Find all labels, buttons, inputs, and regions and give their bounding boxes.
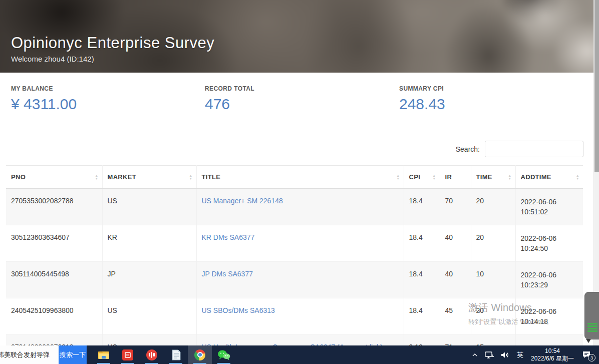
notepad-icon[interactable]	[164, 345, 188, 364]
file-explorer-icon[interactable]	[92, 345, 116, 364]
stat-label: SUMMARY CPI	[399, 85, 445, 92]
cell-cpi: 18.4	[404, 298, 440, 335]
table-row: 2405425109963800 US US SBOs/DMs SA6313 1…	[6, 298, 583, 335]
cell-addtime: 2022-06-0610:24:50	[515, 225, 583, 262]
cell-market: US	[102, 189, 196, 225]
sort-icon[interactable]: ▲▼	[189, 174, 192, 180]
stat-value: 476	[205, 96, 254, 113]
system-tray: 英 10:54 2022/6/6 星期一 3	[468, 345, 599, 364]
cell-time: 20	[471, 189, 515, 225]
cell-time: 20	[471, 225, 515, 262]
clock-date: 2022/6/6 星期一	[531, 355, 574, 362]
cell-cpi: 18.4	[404, 262, 440, 298]
cell-market: KR	[102, 225, 196, 262]
column-header-title[interactable]: TITLE▲▼	[196, 166, 404, 189]
widget-stripes-icon	[587, 323, 597, 333]
cell-ir: 45	[440, 298, 471, 335]
table-search: Search:	[456, 141, 583, 157]
stat-my-balance: MY BALANCE ¥ 4311.00	[11, 85, 77, 113]
welcome-message: Welcome zhou4 (ID:142)	[11, 55, 214, 63]
survey-title-link[interactable]: JP DMs SA6377	[202, 270, 253, 278]
stat-value: 248.43	[399, 96, 445, 113]
sort-icon[interactable]: ▲▼	[396, 174, 400, 180]
table-row: 305114005445498 JP JP DMs SA6377 18.4 40…	[6, 262, 583, 298]
cell-addtime: 2022-06-0610:23:29	[515, 262, 583, 298]
column-header-market[interactable]: MARKET▲▼	[102, 166, 196, 189]
sort-icon[interactable]: ▲▼	[508, 174, 511, 180]
search-label: Search:	[456, 145, 480, 153]
taskbar-search-text: 韩美联合发射导弹	[0, 350, 50, 359]
wechat-icon[interactable]	[212, 345, 236, 364]
cell-cpi: 18.4	[404, 225, 440, 262]
column-header-pno[interactable]: PNO▲▼	[6, 166, 102, 189]
page-title: Opinionyc Enterprise Survey	[11, 34, 214, 52]
survey-title-link[interactable]: US Manager+ SM 226148	[202, 197, 283, 205]
survey-title-link[interactable]: KR DMs SA6377	[202, 233, 255, 241]
surveys-table: PNO▲▼ MARKET▲▼ TITLE▲▼ CPI▲▼ IR TIME▲▼ A…	[6, 165, 583, 364]
taskbar-search-button[interactable]: 搜索一下	[59, 345, 87, 364]
column-header-addtime[interactable]: ADDTIME▲▼	[515, 166, 583, 189]
chrome-icon[interactable]	[188, 345, 212, 364]
cell-time: 10	[471, 262, 515, 298]
table-row: 305123603634607 KR KR DMs SA6377 18.4 40…	[6, 225, 583, 262]
table-row: 2705353002082788 US US Manager+ SM 22614…	[6, 189, 583, 225]
stat-label: RECORD TOTAL	[205, 85, 254, 92]
taskbar-search-box[interactable]: 韩美联合发射导弹	[0, 345, 59, 364]
cell-pno: 305123603634607	[6, 225, 102, 262]
cell-pno: 2405425109963800	[6, 298, 102, 335]
stat-summary-cpi: SUMMARY CPI 248.43	[399, 85, 445, 113]
cell-market: US	[102, 298, 196, 335]
table-header-row: PNO▲▼ MARKET▲▼ TITLE▲▼ CPI▲▼ IR TIME▲▼ A…	[6, 166, 583, 189]
scrollbar-thumb[interactable]	[594, 0, 599, 172]
search-input[interactable]	[485, 141, 583, 157]
survey-title-link[interactable]: US SBOs/DMs SA6313	[202, 306, 275, 314]
cell-ir: 40	[440, 225, 471, 262]
hero-banner: Opinionyc Enterprise Survey Welcome zhou…	[0, 0, 593, 73]
stat-label: MY BALANCE	[11, 85, 77, 92]
windows-taskbar: 韩美联合发射导弹 搜索一下	[0, 345, 599, 364]
sort-icon[interactable]: ▲▼	[576, 174, 579, 180]
cell-market: JP	[102, 262, 196, 298]
tray-chevron-up-icon[interactable]	[468, 345, 481, 364]
column-header-cpi[interactable]: CPI▲▼	[404, 166, 440, 189]
column-header-time[interactable]: TIME▲▼	[471, 166, 515, 189]
action-center-icon[interactable]: 3	[578, 345, 599, 364]
cell-addtime: 2022-06-0610:14:18	[515, 298, 583, 335]
taskbar-clock[interactable]: 10:54 2022/6/6 星期一	[527, 347, 578, 362]
cell-cpi: 18.4	[404, 189, 440, 225]
widget-arrow-icon	[586, 339, 591, 343]
cell-addtime: 2022-06-0610:51:02	[515, 189, 583, 225]
stat-value: ¥ 4311.00	[11, 96, 77, 113]
volume-icon[interactable]	[497, 345, 513, 364]
notification-badge: 3	[588, 354, 595, 361]
column-header-ir[interactable]: IR	[440, 166, 471, 189]
sort-icon[interactable]: ▲▼	[432, 174, 436, 180]
taskbar-apps	[92, 345, 236, 364]
cell-pno: 305114005445498	[6, 262, 102, 298]
cell-ir: 40	[440, 262, 471, 298]
network-icon[interactable]	[481, 345, 497, 364]
cell-ir: 70	[440, 189, 471, 225]
stat-record-total: RECORD TOTAL 476	[205, 85, 254, 113]
floating-side-widget[interactable]	[584, 292, 599, 339]
input-language-indicator[interactable]: 英	[513, 345, 527, 364]
clock-time: 10:54	[531, 347, 574, 355]
ximalaya-icon[interactable]	[140, 345, 164, 364]
cell-pno: 2705353002082788	[6, 189, 102, 225]
youdao-dict-icon[interactable]	[116, 345, 140, 364]
cell-time: 20	[471, 298, 515, 335]
sort-icon[interactable]: ▲▼	[95, 174, 98, 180]
